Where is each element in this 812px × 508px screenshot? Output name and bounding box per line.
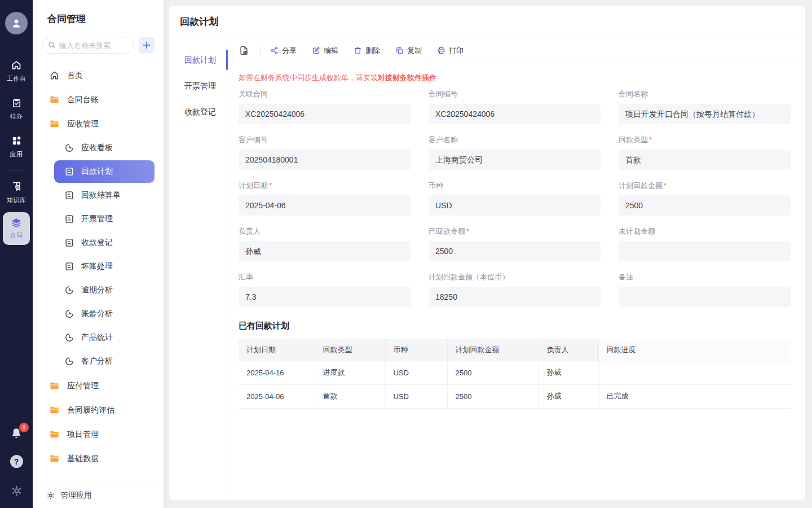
- owner-input[interactable]: 孙威: [239, 241, 411, 261]
- share-button[interactable]: 分享: [270, 46, 297, 56]
- rail-item-workbench[interactable]: 工作台: [7, 59, 27, 83]
- rail-divider: [8, 170, 24, 170]
- related-contract-input[interactable]: XC20250424006: [239, 104, 411, 124]
- svg-text:AI: AI: [16, 186, 19, 189]
- gear-icon: [46, 491, 55, 500]
- remarks-input[interactable]: [619, 287, 791, 307]
- sidebar-item-receivable-board[interactable]: 应收看板: [54, 137, 155, 159]
- delete-button[interactable]: 删除: [354, 46, 380, 56]
- pie-chart-icon: [64, 285, 74, 295]
- sidebar-item-aging-analysis[interactable]: 账龄分析: [54, 303, 155, 325]
- sidebar-item-settlement[interactable]: 回款结算单: [54, 184, 155, 207]
- tab-receipt-register[interactable]: 收款登记: [169, 99, 227, 125]
- field-currency: 币种USD: [429, 181, 601, 216]
- rail-item-contract-active[interactable]: 合同: [3, 212, 30, 245]
- layers-icon: [11, 217, 22, 229]
- settings-button[interactable]: [11, 485, 23, 497]
- toolbar-divider: [260, 46, 261, 56]
- document-icon: [64, 261, 74, 271]
- pie-chart-icon: [64, 309, 74, 319]
- app-rail: 工作台 待办 应用 AI 知识库 合同 9 ?: [0, 0, 33, 508]
- rail-item-knowledge[interactable]: AI 知识库: [7, 181, 27, 204]
- edit-icon: [312, 46, 320, 55]
- sidebar-item-customer-analysis[interactable]: 客户分析: [54, 350, 155, 373]
- existing-plans-title: 已有回款计划: [239, 321, 805, 331]
- tab-payment-plan[interactable]: 回款计划: [169, 47, 227, 73]
- sidebar-item-product-stats[interactable]: 产品统计: [54, 326, 155, 349]
- folder-icon: [49, 405, 60, 415]
- field-exchange-rate: 汇率7.3: [239, 272, 411, 307]
- sidebar-item-bad-debt[interactable]: 坏账处理: [54, 255, 155, 278]
- module-title: 合同管理: [33, 0, 164, 25]
- table-header-row: 计划日期 回款类型 币种 计划回款金额 负责人 回款进度: [239, 339, 791, 361]
- currency-input[interactable]: USD: [429, 195, 601, 216]
- planned-amount-input[interactable]: 2500: [619, 195, 791, 216]
- customer-no-input[interactable]: 202504180001: [239, 150, 411, 170]
- payment-type-input[interactable]: 首款: [619, 150, 791, 170]
- search-icon: [48, 41, 56, 49]
- folder-icon: [49, 429, 60, 440]
- notifications-button[interactable]: 9: [10, 427, 23, 440]
- plugin-link[interactable]: 对接财务软件插件: [378, 73, 436, 82]
- field-unplanned-amount: 未计划金额: [619, 226, 791, 261]
- search-input[interactable]: [59, 41, 127, 50]
- field-plan-date: 计划日期*2025-04-06: [239, 181, 411, 216]
- manage-apps-button[interactable]: 管理应用: [33, 483, 164, 508]
- sidebar-item-contract-ledger[interactable]: 合同台账: [42, 87, 155, 112]
- sidebar-item-home[interactable]: 首页: [42, 63, 155, 87]
- amount-base-currency-input[interactable]: 18250: [429, 287, 601, 307]
- preview-button[interactable]: [239, 45, 249, 56]
- folder-icon: [49, 380, 60, 391]
- field-customer-name: 客户名称上海商贸公司: [429, 135, 601, 170]
- contract-name-input[interactable]: 项目开发开口合同（按每月结算付款）: [619, 104, 791, 124]
- plan-date-input[interactable]: 2025-04-06: [239, 195, 411, 216]
- sidebar-item-payable-mgmt[interactable]: 应付管理: [42, 374, 155, 398]
- sidebar-item-payment-plan[interactable]: 回款计划: [54, 160, 155, 183]
- home-icon: [11, 59, 22, 71]
- received-amount-input[interactable]: 2500: [429, 241, 601, 261]
- sidebar-item-base-data[interactable]: 基础数据: [42, 446, 155, 471]
- document-icon: [64, 214, 74, 224]
- add-button[interactable]: [139, 37, 155, 53]
- plus-icon: [142, 41, 151, 50]
- apps-grid-icon: [11, 135, 22, 146]
- detail-form: 关联合同XC20250424006 合同编号XC20250424006 合同名称…: [227, 87, 805, 318]
- sidebar-item-overdue-analysis[interactable]: 逾期分析: [54, 279, 155, 301]
- field-owner: 负责人孙威: [239, 226, 411, 261]
- col-plan-date: 计划日期: [239, 339, 315, 361]
- col-planned-amount: 计划回款金额: [447, 339, 539, 361]
- sidebar-item-invoicing[interactable]: 开票管理: [54, 208, 155, 230]
- field-received-amount: 已回款金额*2500: [429, 226, 601, 261]
- sidebar-item-performance-eval[interactable]: 合同履约评估: [42, 398, 155, 422]
- question-icon: ?: [14, 457, 19, 466]
- module-sidebar: 合同管理 首页 合同台账 应收管理 应收看板: [33, 0, 164, 508]
- field-customer-no: 客户编号202504180001: [239, 135, 411, 170]
- document-eye-icon: [239, 45, 249, 56]
- field-payment-type: 回款类型*首款: [619, 135, 791, 170]
- main-area: 回款计划 回款计划 开票管理 收款登记: [164, 0, 812, 508]
- search-box[interactable]: [42, 37, 134, 54]
- help-button[interactable]: ?: [10, 455, 23, 468]
- sidebar-item-project-mgmt[interactable]: 项目管理: [42, 422, 155, 446]
- field-contract-name: 合同名称项目开发开口合同（按每月结算付款）: [619, 89, 791, 124]
- field-related-contract: 关联合同XC20250424006: [239, 89, 411, 124]
- copy-icon: [395, 46, 404, 55]
- print-button[interactable]: 打印: [437, 46, 464, 56]
- notification-badge: 9: [19, 423, 29, 432]
- rail-label-apps: 应用: [10, 150, 23, 159]
- tab-invoicing[interactable]: 开票管理: [169, 73, 227, 99]
- table-row: 2025-04-06 首款 USD 2500 孙威 已完成: [239, 384, 791, 408]
- exchange-rate-input[interactable]: 7.3: [239, 287, 411, 307]
- home-outline-icon: [49, 70, 60, 81]
- customer-name-input[interactable]: 上海商贸公司: [429, 150, 601, 170]
- sidebar-item-receivable-mgmt[interactable]: 应收管理: [42, 112, 155, 136]
- rail-item-apps[interactable]: 应用: [10, 135, 23, 159]
- avatar[interactable]: [5, 12, 28, 34]
- sidebar-item-receipt-register[interactable]: 收款登记: [54, 231, 155, 254]
- rail-item-todo[interactable]: 待办: [10, 98, 23, 121]
- copy-button[interactable]: 复制: [395, 46, 422, 56]
- edit-button[interactable]: 编辑: [312, 46, 338, 56]
- unplanned-amount-input[interactable]: [619, 241, 791, 261]
- contract-no-input[interactable]: XC20250424006: [429, 104, 601, 124]
- existing-plans-table: 计划日期 回款类型 币种 计划回款金额 负责人 回款进度 2025-04-16: [239, 339, 791, 409]
